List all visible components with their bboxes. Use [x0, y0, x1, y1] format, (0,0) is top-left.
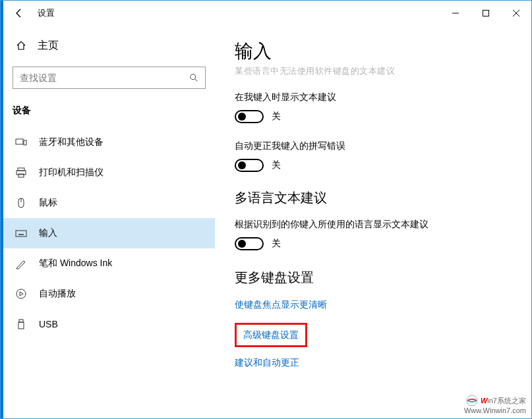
- mouse-icon: [15, 197, 27, 209]
- toggle-state-1: 关: [272, 111, 281, 123]
- svg-line-3: [195, 79, 198, 82]
- home-label: 主页: [38, 39, 59, 53]
- toggle-state-3: 关: [272, 238, 281, 250]
- close-button[interactable]: [501, 3, 531, 24]
- sidebar-item-autoplay[interactable]: 自动播放: [13, 279, 206, 309]
- sidebar-item-label: 自动播放: [39, 288, 76, 300]
- section-more-title: 更多键盘设置: [235, 269, 512, 287]
- sidebar-item-pen[interactable]: 笔和 Windows Ink: [13, 248, 206, 279]
- search-input[interactable]: [20, 72, 189, 83]
- home-nav[interactable]: 主页: [13, 32, 206, 59]
- sidebar-item-label: 笔和 Windows Ink: [39, 258, 112, 269]
- toggle-show-suggestions[interactable]: [235, 110, 264, 123]
- sidebar-item-printers[interactable]: 打印机和扫描仪: [13, 157, 206, 188]
- svg-point-17: [16, 289, 26, 298]
- svg-rect-1: [483, 11, 489, 16]
- sidebar-item-mouse[interactable]: 鼠标: [13, 188, 206, 218]
- svg-rect-11: [16, 231, 26, 237]
- search-icon: [189, 73, 198, 82]
- usb-icon: [15, 318, 27, 330]
- svg-point-2: [191, 74, 196, 80]
- link-keyboard-focus[interactable]: 使键盘焦点显示更清晰: [235, 299, 327, 311]
- page-subtitle: 某些语言中无法使用软件键盘的文本建议: [235, 65, 512, 77]
- devices-icon: [15, 136, 27, 148]
- svg-rect-19: [18, 322, 24, 329]
- pen-icon: [15, 258, 27, 269]
- toggle-label-2: 自动更正我键入的拼写错误: [235, 140, 512, 152]
- maximize-button[interactable]: [471, 3, 501, 24]
- link-advanced-keyboard[interactable]: 高级键盘设置: [243, 329, 299, 341]
- svg-rect-18: [19, 320, 23, 322]
- sidebar-item-usb[interactable]: USB: [13, 309, 206, 339]
- window-title: 设置: [38, 7, 55, 19]
- sidebar-item-label: 打印机和扫描仪: [39, 167, 103, 179]
- back-button[interactable]: [7, 1, 31, 25]
- sidebar-item-label: 输入: [39, 227, 57, 239]
- autoplay-icon: [15, 288, 27, 300]
- sidebar-item-label: 鼠标: [39, 197, 57, 209]
- sidebar-item-label: 蓝牙和其他设备: [39, 136, 103, 148]
- sidebar-section-label: 设备: [13, 105, 206, 117]
- sidebar-item-label: USB: [39, 319, 58, 329]
- home-icon: [15, 40, 27, 51]
- minimize-button[interactable]: [440, 3, 471, 24]
- section-multilang-title: 多语言文本建议: [235, 189, 512, 207]
- link-suggestions-autocorrect[interactable]: 建议和自动更正: [235, 357, 299, 369]
- highlight-box: 高级键盘设置: [235, 323, 307, 347]
- toggle-multilang[interactable]: [235, 237, 264, 250]
- toggle-label-1: 在我键入时显示文本建议: [235, 92, 512, 103]
- printer-icon: [15, 167, 27, 179]
- sidebar-item-typing[interactable]: 输入: [1, 218, 215, 248]
- sidebar-item-bluetooth[interactable]: 蓝牙和其他设备: [13, 127, 206, 157]
- svg-rect-6: [18, 168, 24, 171]
- svg-rect-5: [24, 140, 26, 145]
- toggle-state-2: 关: [272, 159, 281, 171]
- page-title: 输入: [235, 39, 512, 64]
- toggle-autocorrect[interactable]: [235, 159, 264, 172]
- keyboard-icon: [15, 227, 27, 239]
- search-box[interactable]: [13, 67, 206, 89]
- multilang-desc: 根据识别到的你键入所使用的语言显示文本建议: [235, 219, 512, 231]
- svg-rect-4: [16, 139, 23, 144]
